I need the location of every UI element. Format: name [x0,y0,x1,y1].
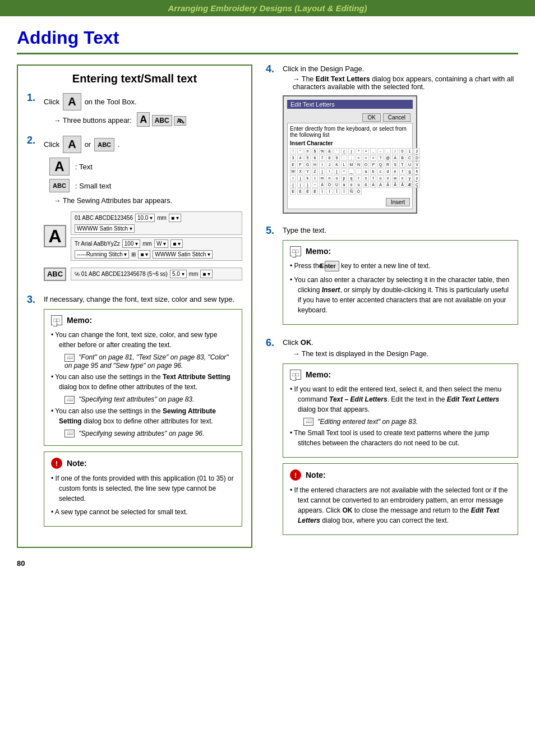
char-cell[interactable]: . [385,148,391,154]
char-cell[interactable]: Ë [312,188,318,195]
char-cell[interactable]: e [392,168,398,174]
char-cell[interactable]: 5 [305,155,311,161]
char-cell[interactable]: j [297,175,303,181]
char-cell[interactable]: = [363,155,369,161]
char-cell[interactable]: S [392,162,398,168]
char-cell[interactable]: [ [319,168,325,174]
char-cell[interactable]: Î [334,188,340,195]
char-cell[interactable]: 4 [297,155,303,161]
char-cell[interactable]: % [319,148,325,154]
char-cell[interactable]: Q [377,162,384,168]
dialog-insert-btn[interactable]: Insert [386,198,410,206]
char-cell[interactable]: / [392,148,398,154]
char-cell[interactable]: m [319,175,325,181]
char-cell[interactable]: Æ [407,182,413,188]
char-cell[interactable]: V [414,162,420,168]
char-cell[interactable]: ! [290,148,296,154]
char-cell[interactable]: ä [341,182,347,188]
char-cell[interactable]: i [290,175,296,181]
char-cell[interactable]: ) [348,148,354,154]
char-cell[interactable]: 2 [414,148,420,154]
char-cell[interactable]: F [297,162,303,168]
char-cell[interactable]: T [399,162,405,168]
char-cell[interactable]: Ä [319,182,325,188]
char-cell[interactable]: } [305,182,311,188]
char-cell[interactable]: A [392,155,398,161]
char-cell[interactable]: P [370,162,376,168]
char-cell[interactable]: Ñ [348,188,354,195]
char-cell[interactable]: < [356,155,362,161]
char-cell[interactable]: f [399,168,405,174]
char-cell[interactable]: | [297,182,303,188]
char-cell[interactable]: z [414,175,420,181]
char-cell[interactable]: D [414,155,420,161]
char-cell[interactable]: " [297,148,303,154]
char-cell[interactable]: # [305,148,311,154]
char-cell[interactable]: d [385,168,391,174]
char-cell[interactable]: - [377,148,384,154]
sew-bar-1-stitch-dropdown[interactable]: WWWW Satin Stitch ▾ [75,224,135,233]
char-cell[interactable]: W [290,168,296,174]
char-cell[interactable]: Y [305,168,311,174]
char-cell[interactable]: M [348,162,354,168]
char-cell[interactable]: p [341,175,347,181]
char-cell[interactable]: y [407,175,413,181]
char-cell[interactable]: a [363,168,369,174]
char-cell[interactable]: Z [312,168,318,174]
char-cell[interactable]: > [370,155,376,161]
char-cell[interactable]: C [407,155,413,161]
char-cell[interactable]: @ [385,155,391,161]
char-cell[interactable]: Ê [305,188,311,195]
char-cell[interactable]: Ü [334,182,340,188]
char-cell[interactable]: g [407,168,413,174]
char-cell[interactable]: : [341,155,347,161]
char-cell[interactable]: È [290,188,296,195]
sew-bar-3-color-dropdown[interactable]: ■ ▾ [200,270,213,278]
char-cell[interactable]: ] [334,168,340,174]
char-cell[interactable]: R [385,162,391,168]
char-cell[interactable]: n [326,175,333,181]
char-cell[interactable]: k [305,175,311,181]
char-cell[interactable]: s [363,175,369,181]
char-cell[interactable]: v [385,175,391,181]
char-cell[interactable]: ' [334,148,340,154]
char-cell[interactable]: B [399,155,405,161]
char-cell[interactable]: o [334,175,340,181]
sew-bar-3-size-dropdown[interactable]: 5.0 ▾ [170,270,187,278]
char-cell[interactable]: N [356,162,362,168]
sew-bar-2-satin-dropdown[interactable]: WWWW Satin Stitch ▾ [153,250,213,259]
char-cell[interactable]: Å [399,182,405,188]
char-cell[interactable]: Ï [341,188,347,195]
char-cell[interactable]: Ò [356,188,362,195]
char-cell[interactable]: Ç [414,182,420,188]
char-cell[interactable]: , [370,148,376,154]
char-cell[interactable]: l [312,175,318,181]
char-cell[interactable]: ß [363,182,369,188]
char-cell[interactable]: K [334,162,340,168]
char-cell[interactable]: t [370,175,376,181]
char-cell[interactable]: { [290,182,296,188]
char-cell[interactable]: Ö [326,182,333,188]
char-cell[interactable]: ? [377,155,384,161]
char-cell[interactable]: ( [341,148,347,154]
dialog-cancel-btn[interactable]: Cancel [383,113,411,122]
char-cell[interactable]: H [312,162,318,168]
char-cell[interactable]: ` [356,168,362,174]
char-cell[interactable]: Â [385,182,391,188]
char-cell[interactable]: ü [356,182,362,188]
char-cell[interactable]: 6 [312,155,318,161]
char-cell[interactable]: x [399,175,405,181]
sew-bar-2-color-dropdown[interactable]: ■ ▾ [170,239,183,248]
char-cell[interactable]: $ [312,148,318,154]
char-cell[interactable]: Í [326,188,333,195]
char-cell[interactable]: + [363,148,369,154]
char-cell[interactable]: 3 [290,155,296,161]
char-cell[interactable]: q [348,175,354,181]
char-cell[interactable]: w [392,175,398,181]
char-cell[interactable]: 9 [334,155,340,161]
char-cell[interactable]: 7 [319,155,325,161]
char-cell[interactable]: G [305,162,311,168]
char-cell[interactable]: u [377,175,384,181]
char-cell[interactable]: _ [348,168,354,174]
char-cell[interactable]: ^ [341,168,347,174]
